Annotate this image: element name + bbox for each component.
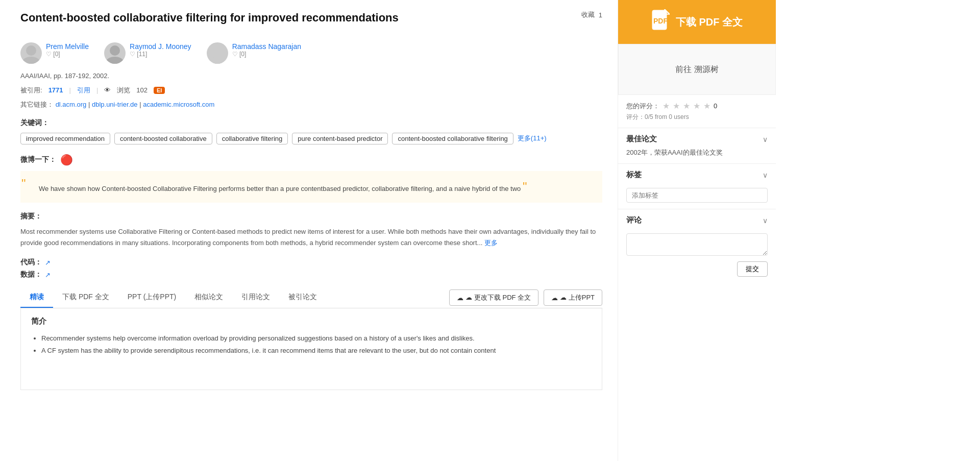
- rating-label: 您的评分：: [626, 102, 659, 111]
- author-heart-1[interactable]: ♡ [11]: [130, 51, 191, 58]
- best-paper-title: 最佳论文: [626, 134, 657, 144]
- comments-collapse-icon[interactable]: ∨: [763, 216, 768, 225]
- best-paper-text: 2002年，荣获AAAI的最佳论文奖: [626, 148, 768, 157]
- svg-point-5: [209, 57, 226, 64]
- authors-row: Prem Melville ♡ [0] Raymod J. Mooney ♡ […: [20, 42, 602, 64]
- upload-ppt-btn[interactable]: ☁ ☁ 上传PPT: [544, 289, 602, 306]
- abstract-section: 摘要： Most recommender systems use Collabo…: [20, 212, 602, 249]
- tab-cite[interactable]: 引用论文: [232, 287, 279, 308]
- intro-item-1: A CF system has the ability to provide s…: [41, 345, 592, 356]
- author-avatar-2: [207, 42, 228, 64]
- author-avatar-1: [104, 42, 126, 64]
- author-name-0[interactable]: Prem Melville: [46, 42, 89, 51]
- svg-point-0: [26, 45, 36, 56]
- cloud-update-icon: ☁: [457, 294, 463, 302]
- author-info-0: Prem Melville ♡ [0]: [46, 42, 89, 58]
- svg-point-2: [110, 45, 120, 56]
- pdf-icon: PDF: [651, 9, 670, 35]
- tags-collapse-icon[interactable]: ∨: [763, 171, 768, 179]
- svg-text:PDF: PDF: [653, 17, 668, 25]
- keyword-3[interactable]: pure content-based predictor: [292, 133, 388, 144]
- cloud-upload-icon: ☁: [551, 294, 558, 302]
- quote-link[interactable]: 引用: [77, 86, 90, 95]
- tab-pdf[interactable]: 下载 PDF 全文: [53, 287, 118, 308]
- rating-area: 您的评分： ★ ★ ★ ★ ★ 0 评分：0/5 from 0 users: [618, 95, 776, 128]
- author-heart-2[interactable]: ♡ [0]: [232, 51, 301, 58]
- star-3[interactable]: ★: [683, 101, 690, 111]
- keywords-row: improved recommendation content-boosted …: [20, 133, 602, 144]
- collect-count: 1: [599, 11, 602, 19]
- submit-btn[interactable]: 提交: [737, 261, 768, 277]
- paper-title: Content-boosted collaborative filtering …: [20, 10, 399, 26]
- author-heart-0[interactable]: ♡ [0]: [46, 51, 89, 58]
- author-info-2: Ramadass Nagarajan ♡ [0]: [232, 42, 301, 58]
- author-item-1: Raymod J. Mooney ♡ [11]: [104, 42, 191, 64]
- keyword-0[interactable]: improved recommendation: [20, 133, 110, 144]
- code-label: 代码：: [20, 258, 42, 267]
- ext-link-1[interactable]: dblp.uni-trier.de: [92, 101, 138, 108]
- weibo-label: 微博一下：: [20, 155, 56, 164]
- tags-section: 标签 ∨: [618, 164, 776, 209]
- provenance-area[interactable]: 前往 溯源树: [618, 44, 776, 95]
- data-row: 数据： ↗: [20, 270, 602, 279]
- code-ext-icon[interactable]: ↗: [45, 259, 51, 266]
- author-name-1[interactable]: Raymod J. Mooney: [130, 42, 191, 51]
- keyword-4[interactable]: content-boosted collaborative filtering: [392, 133, 513, 144]
- ext-links-label: 其它链接：: [20, 101, 54, 108]
- keywords-label: 关键词：: [20, 118, 602, 128]
- best-paper-section: 最佳论文 ∨ 2002年，荣获AAAI的最佳论文奖: [618, 128, 776, 164]
- author-avatar-0: [20, 42, 42, 64]
- comment-input[interactable]: [626, 233, 768, 256]
- update-pdf-btn[interactable]: ☁ ☁ 更改下载 PDF 全文: [449, 289, 538, 306]
- cited-label: 被引用:: [20, 86, 42, 95]
- view-count: 102: [136, 86, 148, 94]
- quote-box: " We have shown how Content-boosted Coll…: [20, 171, 602, 203]
- weibo-icon[interactable]: 🔴: [60, 154, 73, 166]
- abstract-text: Most recommender systems use Collaborati…: [20, 226, 602, 249]
- comments-section: 评论 ∨ 提交: [618, 209, 776, 263]
- code-row: 代码： ↗: [20, 258, 602, 267]
- ext-link-2[interactable]: academic.microsoft.com: [143, 101, 214, 108]
- author-info-1: Raymod J. Mooney ♡ [11]: [130, 42, 191, 58]
- star-2[interactable]: ★: [673, 101, 680, 111]
- svg-point-1: [22, 57, 40, 64]
- star-4[interactable]: ★: [693, 101, 700, 111]
- abstract-more-link[interactable]: 更多: [484, 239, 498, 247]
- quote-close-icon: ": [523, 180, 527, 193]
- tags-header: 标签 ∨: [626, 170, 768, 180]
- author-item-2: Ramadass Nagarajan ♡ [0]: [207, 42, 301, 64]
- tab-similar[interactable]: 相似论文: [185, 287, 232, 308]
- collect-area: 收藏 1: [581, 10, 602, 19]
- cited-count[interactable]: 1771: [48, 86, 63, 94]
- author-item-0: Prem Melville ♡ [0]: [20, 42, 89, 64]
- tab-actions: ☁ ☁ 更改下载 PDF 全文 ☁ ☁ 上传PPT: [449, 289, 602, 306]
- rating-score: 0: [714, 102, 717, 110]
- tab-cited[interactable]: 被引论文: [279, 287, 326, 308]
- ei-badge: EI: [154, 87, 165, 94]
- keyword-1[interactable]: content-boosted collaborative: [114, 133, 212, 144]
- svg-point-4: [212, 45, 223, 56]
- collect-label[interactable]: 收藏: [581, 10, 595, 19]
- tabs-bar: 精读 下载 PDF 全文 PPT (上传PPT) 相似论文 引用论文 被引论文 …: [20, 287, 602, 308]
- star-5[interactable]: ★: [703, 101, 710, 111]
- ext-link-0[interactable]: dl.acm.org: [56, 101, 87, 108]
- pdf-download-btn[interactable]: PDF 下载 PDF 全文: [618, 0, 776, 44]
- intro-list: Recommender systems help overcome inform…: [31, 332, 592, 356]
- more-keywords[interactable]: 更多(11+): [518, 134, 547, 143]
- divider-2: |: [96, 86, 98, 94]
- best-paper-collapse-icon[interactable]: ∨: [763, 135, 768, 143]
- data-ext-icon[interactable]: ↗: [45, 271, 51, 279]
- tab-ppt[interactable]: PPT (上传PPT): [118, 287, 185, 308]
- data-label: 数据：: [20, 270, 42, 279]
- tab-jingdu[interactable]: 精读: [20, 287, 53, 308]
- author-name-2[interactable]: Ramadass Nagarajan: [232, 42, 301, 51]
- star-1[interactable]: ★: [663, 101, 670, 111]
- divider-1: |: [69, 86, 71, 94]
- view-label: 浏览: [117, 86, 130, 95]
- provenance-text: 前往 溯源树: [675, 64, 718, 75]
- add-tag-input[interactable]: [626, 188, 768, 203]
- ext-links: 其它链接： dl.acm.org | dblp.uni-trier.de | a…: [20, 100, 602, 109]
- intro-item-0: Recommender systems help overcome inform…: [41, 332, 592, 344]
- pdf-btn-text: 下载 PDF 全文: [676, 15, 743, 29]
- keyword-2[interactable]: collaborative filtering: [216, 133, 288, 144]
